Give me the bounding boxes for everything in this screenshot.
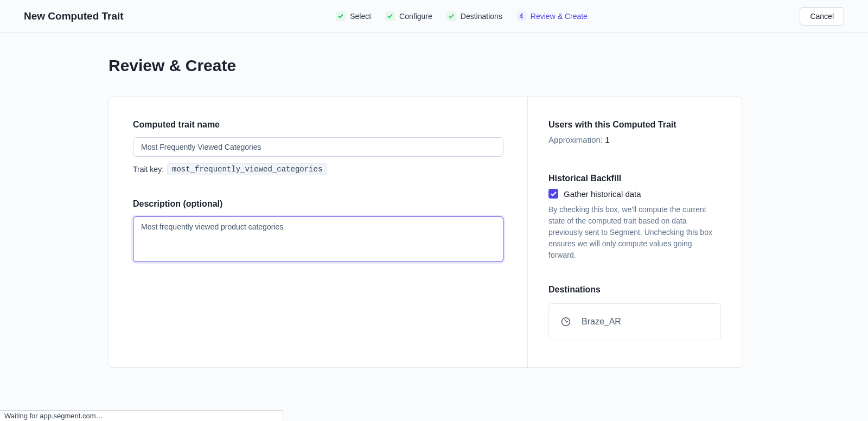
cancel-button[interactable]: Cancel xyxy=(800,7,844,25)
approximation-line: Approximation: 1 xyxy=(548,135,721,144)
stepper: Select Configure Destinations 4 Review &… xyxy=(124,11,800,21)
header-title: New Computed Trait xyxy=(24,10,124,22)
trait-name-input[interactable] xyxy=(133,137,503,157)
step-label: Review & Create xyxy=(531,12,588,21)
browser-status-bar: Waiting for app.segment.com… xyxy=(0,410,283,421)
header: New Computed Trait Select Configure Dest… xyxy=(0,0,868,33)
check-icon xyxy=(446,11,456,21)
gather-historical-checkbox[interactable] xyxy=(548,189,558,199)
step-configure[interactable]: Configure xyxy=(385,11,432,21)
step-label: Configure xyxy=(399,12,432,21)
historical-description: By checking this box, we'll compute the … xyxy=(548,204,721,261)
svg-point-0 xyxy=(562,318,570,326)
destination-icon xyxy=(560,316,572,328)
step-destinations[interactable]: Destinations xyxy=(446,11,502,21)
description-textarea[interactable] xyxy=(133,216,503,262)
check-icon xyxy=(336,11,346,21)
users-section-title: Users with this Computed Trait xyxy=(548,120,721,130)
gather-historical-label: Gather historical data xyxy=(564,189,641,199)
review-card: Computed trait name Trait key: most_freq… xyxy=(108,97,742,368)
check-icon xyxy=(385,11,395,21)
trait-key-label: Trait key: xyxy=(133,165,164,174)
step-number-icon: 4 xyxy=(516,11,526,21)
form-panel: Computed trait name Trait key: most_freq… xyxy=(109,97,528,367)
step-review-create[interactable]: 4 Review & Create xyxy=(516,11,588,21)
destination-card[interactable]: Braze_AR xyxy=(548,303,721,340)
trait-key-row: Trait key: most_frequently_viewed_catego… xyxy=(133,163,503,175)
approximation-label: Approximation: xyxy=(548,135,605,144)
trait-key-value: most_frequently_viewed_categories xyxy=(167,163,327,175)
step-label: Destinations xyxy=(461,12,502,21)
page-title: Review & Create xyxy=(108,56,868,75)
destination-name: Braze_AR xyxy=(582,317,621,327)
step-label: Select xyxy=(350,12,371,21)
destinations-title: Destinations xyxy=(548,285,721,295)
approximation-count: 1 xyxy=(605,135,609,144)
historical-backfill-title: Historical Backfill xyxy=(548,174,721,183)
description-label: Description (optional) xyxy=(133,199,503,209)
gather-historical-row: Gather historical data xyxy=(548,189,721,199)
trait-name-label: Computed trait name xyxy=(133,120,503,130)
summary-panel: Users with this Computed Trait Approxima… xyxy=(528,97,742,367)
step-select[interactable]: Select xyxy=(336,11,371,21)
page-content: Review & Create Computed trait name Trai… xyxy=(0,33,868,368)
